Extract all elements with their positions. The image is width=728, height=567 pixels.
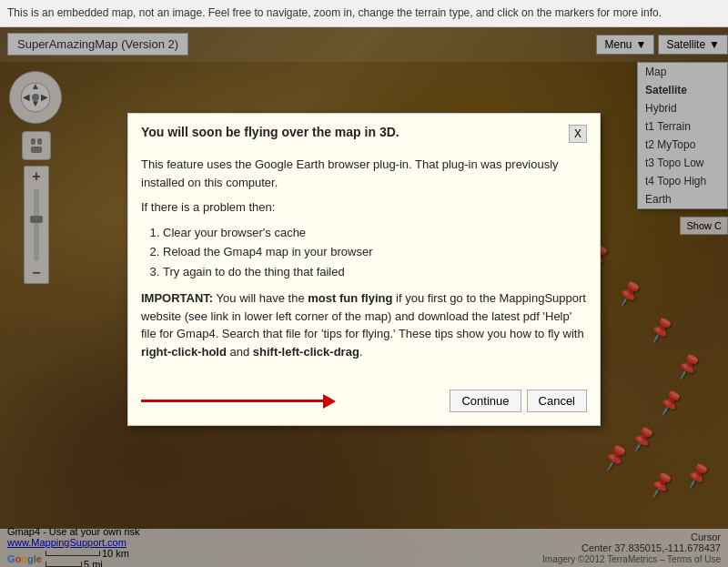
modal-problem-intro: If there is a problem then:	[141, 198, 587, 217]
modal-steps-list: Clear your browser's cache Reload the Gm…	[163, 224, 587, 281]
map-container: 📌 📌 📌 📌 📌 📌 📌 📌 📌 📌 📌 SuperAmazingMap (V…	[0, 27, 728, 567]
modal-overlay: You will soon be flying over the map in …	[0, 27, 728, 567]
modal-footer: Continue Cancel	[128, 382, 600, 425]
top-bar-text: This is an embedded map, not an image. F…	[7, 6, 662, 19]
bold-shift-click: shift-left-click-drag	[253, 345, 359, 359]
red-arrow	[141, 394, 336, 409]
arrow-head	[323, 394, 336, 409]
arrow-container	[141, 394, 444, 409]
important-bold-text: most fun flying	[308, 291, 392, 305]
continue-button[interactable]: Continue	[450, 390, 521, 412]
arrow-line	[141, 400, 323, 402]
modal-step-3: Try again to do the thing that failed	[163, 263, 587, 281]
and-text: and	[227, 345, 253, 359]
modal-step-1: Clear your browser's cache	[163, 224, 587, 242]
modal-important-section: IMPORTANT: You will have the most fun fl…	[141, 289, 587, 360]
modal-para1: This feature uses the Google Earth brows…	[141, 156, 587, 191]
important-label: IMPORTANT:	[141, 291, 213, 305]
modal-step-2: Reload the Gmap4 map in your browser	[163, 243, 587, 261]
modal-body: This feature uses the Google Earth brows…	[128, 148, 600, 382]
important-text-before: You will have the	[217, 291, 308, 305]
bold-right-click: right-click-hold	[141, 345, 227, 359]
cancel-button[interactable]: Cancel	[527, 390, 587, 412]
modal-dialog: You will soon be flying over the map in …	[127, 113, 601, 426]
modal-header: You will soon be flying over the map in …	[128, 114, 600, 148]
period: .	[359, 345, 363, 359]
top-bar: This is an embedded map, not an image. F…	[0, 0, 728, 27]
modal-close-button[interactable]: X	[569, 125, 587, 143]
modal-title: You will soon be flying over the map in …	[141, 125, 569, 139]
